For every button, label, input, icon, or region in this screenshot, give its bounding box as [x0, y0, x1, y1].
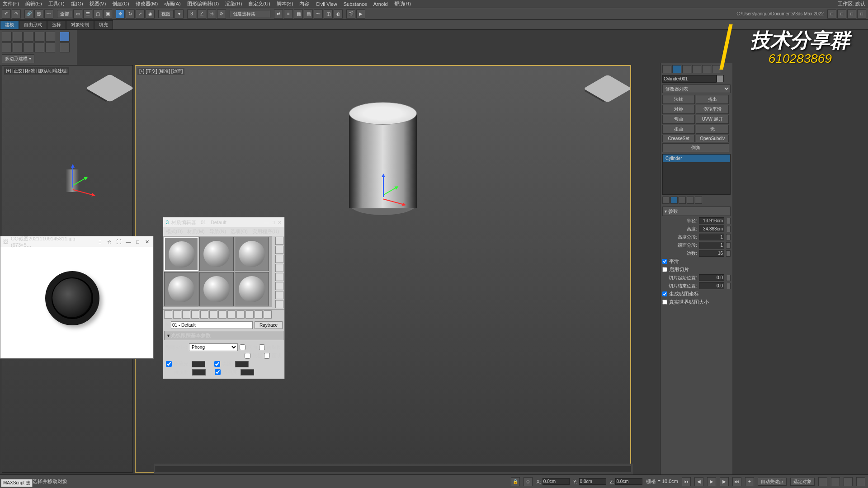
mod-creaseset-button[interactable]: CreaseSet	[662, 135, 695, 142]
show-end-result-button[interactable]	[670, 197, 678, 204]
unlink-button[interactable]: ⛓	[34, 9, 43, 19]
menu-arnold[interactable]: Arnold	[373, 1, 388, 7]
selection-filter-dropdown[interactable]: 全部	[57, 10, 72, 18]
schematic-view-button[interactable]: ◫	[324, 9, 333, 19]
align-button[interactable]: ≡	[284, 9, 293, 19]
pivot-button[interactable]: ▾	[175, 9, 184, 19]
menu-script[interactable]: 脚本(S)	[277, 0, 293, 7]
menu-tools[interactable]: 工具(T)	[48, 0, 65, 7]
rotate-button[interactable]: ↻	[126, 9, 135, 19]
mod-bevel-button[interactable]: 倒角	[662, 143, 729, 152]
tab-freeform[interactable]: 自由形式	[19, 20, 47, 29]
sample-slot-5[interactable]	[199, 272, 234, 306]
menu-edit[interactable]: 编辑(E)	[25, 0, 42, 7]
imgwin-fullscreen-icon[interactable]: ⛶	[115, 238, 122, 245]
go-sibling-button[interactable]	[264, 310, 272, 319]
tab-selection[interactable]: 选择	[47, 20, 66, 29]
matmenu-util[interactable]: 实用程序(U)	[252, 228, 279, 235]
mod-symmetry-button[interactable]: 对称	[662, 105, 695, 114]
modify-panel-tab[interactable]	[672, 65, 681, 73]
put-to-lib-button[interactable]	[218, 310, 226, 319]
autokey-button[interactable]: 自动关键点	[758, 478, 787, 486]
time-slider[interactable]: 0501001502002503003504004505005506006507…	[154, 464, 633, 474]
viewport-nav-2[interactable]	[831, 477, 840, 486]
menu-modifiers[interactable]: 修改器(M)	[136, 0, 158, 7]
sample-uv-button[interactable]	[275, 264, 283, 272]
poly-tool-8[interactable]	[24, 42, 33, 52]
imgwin-maximize-button[interactable]: □	[134, 238, 141, 245]
reset-map-button[interactable]	[191, 310, 199, 319]
bind-space-warp-button[interactable]: 〰	[44, 9, 53, 19]
cseg-spinner[interactable]	[726, 242, 731, 249]
show-end-button[interactable]	[245, 310, 254, 319]
cylinder-object[interactable]	[349, 102, 417, 211]
pick-icon[interactable]: ✎	[165, 322, 169, 328]
hierarchy-panel-tab[interactable]	[682, 65, 691, 73]
selected-dropdown[interactable]: 选定对象	[790, 478, 815, 486]
curve-editor-button[interactable]: 〜	[314, 9, 323, 19]
image-viewer-body[interactable]	[0, 247, 153, 358]
undo-button[interactable]: ↶	[2, 9, 11, 19]
time-slider-track[interactable]: 0501001502002503003504004505005506006507…	[156, 466, 631, 472]
viewcube-left[interactable]	[85, 74, 134, 102]
percent-snap-button[interactable]: %	[207, 9, 216, 19]
display-panel-tab[interactable]	[702, 65, 711, 73]
ambient-swatch[interactable]	[192, 361, 205, 367]
transparency-checkbox[interactable]	[215, 369, 221, 375]
luminosity-swatch[interactable]	[235, 361, 249, 367]
viewport-nav-1[interactable]	[818, 477, 827, 486]
imgwin-menu-icon[interactable]: ≡	[97, 238, 104, 245]
sides-spinner[interactable]	[726, 250, 731, 257]
mod-normal-button[interactable]: 法线	[662, 95, 695, 104]
sliceon-checkbox[interactable]	[662, 267, 667, 272]
sides-field[interactable]	[699, 250, 724, 257]
menu-help[interactable]: 帮助(H)	[394, 0, 411, 7]
show-in-vp-button[interactable]	[236, 310, 245, 319]
snap-toggle-button[interactable]: 3	[187, 9, 196, 19]
material-type-button[interactable]: Raytrace	[255, 321, 283, 329]
cylinder-object-small[interactable]	[66, 169, 79, 192]
hseg-field[interactable]	[699, 234, 724, 240]
make-unique-mat-button[interactable]	[209, 310, 217, 319]
facemap-checkbox[interactable]	[259, 344, 265, 350]
lock-selection-button[interactable]: 🔒	[511, 477, 520, 486]
poly-tool-1[interactable]	[2, 32, 12, 42]
mod-shell-button[interactable]: 壳	[696, 125, 728, 134]
poly-tool-10[interactable]	[45, 42, 55, 52]
shading-dropdown[interactable]: Phong	[189, 343, 238, 351]
matmenu-material[interactable]: 材质(M)	[187, 228, 205, 235]
window-crossing-button[interactable]: ▣	[103, 9, 112, 19]
abs-rel-button[interactable]: ◇	[524, 477, 533, 486]
params-rollout-header[interactable]: ▾ 参数	[662, 206, 731, 216]
poly-tool-3[interactable]	[24, 32, 33, 42]
poly-tool-2[interactable]	[13, 32, 23, 42]
move-button[interactable]: ✥	[116, 9, 125, 19]
select-by-name-button[interactable]: ☰	[83, 9, 92, 19]
backlight-button[interactable]	[275, 246, 283, 254]
configure-sets-button[interactable]	[695, 197, 702, 204]
toggle-panel-1-button[interactable]: □	[827, 9, 836, 19]
ambient-checkbox[interactable]	[166, 361, 172, 367]
material-name-field[interactable]	[171, 321, 253, 329]
play-button[interactable]: ▶	[707, 477, 716, 486]
pin-stack-button[interactable]	[662, 197, 670, 204]
faceted-checkbox[interactable]	[264, 353, 270, 359]
make-copy-button[interactable]	[200, 310, 208, 319]
maximize-button[interactable]: □	[272, 220, 275, 225]
motion-panel-tab[interactable]	[692, 65, 701, 73]
material-editor-button[interactable]: ◐	[334, 9, 343, 19]
transparency-swatch[interactable]	[241, 369, 254, 375]
menu-custom[interactable]: 自定义(U)	[248, 0, 270, 7]
mod-twist-button[interactable]: 扭曲	[662, 125, 695, 134]
imgwin-close-button[interactable]: ✕	[144, 238, 151, 245]
poly-modeling-dropdown[interactable]: 多边形建模 ▾	[2, 54, 34, 63]
poly-tool-6[interactable]	[2, 42, 12, 52]
genmap-checkbox[interactable]	[662, 291, 667, 296]
render-setup-button[interactable]: 🎬	[346, 9, 355, 19]
diffuse-swatch[interactable]	[192, 369, 206, 375]
mod-opensubdiv-button[interactable]: OpenSubdiv	[696, 135, 728, 142]
poly-tool-9[interactable]	[34, 42, 44, 52]
placement-button[interactable]: ◉	[146, 9, 155, 19]
get-material-button[interactable]	[164, 310, 172, 319]
named-selection-dropdown[interactable]: 创建选择集	[230, 10, 270, 18]
